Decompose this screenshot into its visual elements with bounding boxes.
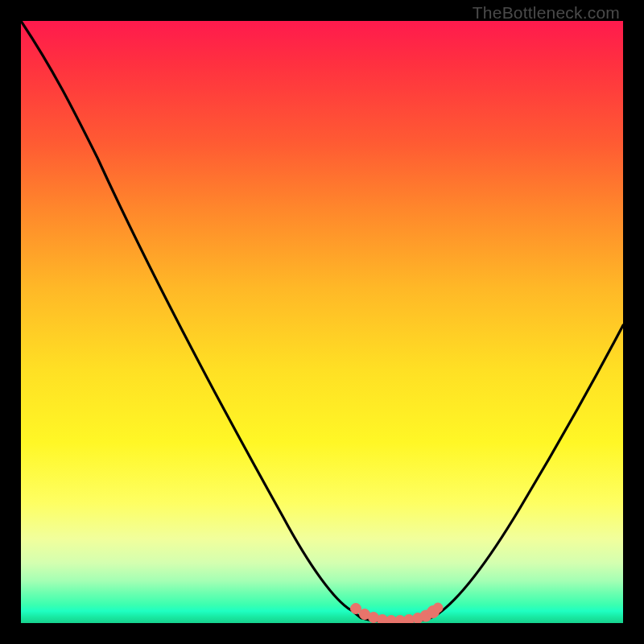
chart-frame	[21, 21, 623, 623]
bottleneck-curve-path	[21, 21, 623, 621]
attribution-label: TheBottleneck.com	[473, 3, 620, 23]
svg-point-10	[433, 603, 443, 613]
bottleneck-line-chart	[21, 21, 623, 623]
